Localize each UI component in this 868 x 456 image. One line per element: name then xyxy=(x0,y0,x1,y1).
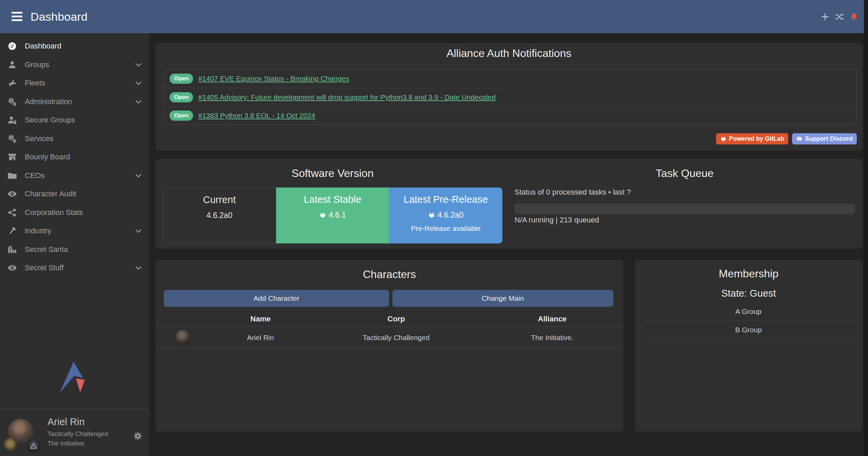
sidebar-item-groups[interactable]: Groups xyxy=(0,56,149,74)
sidebar-item-label: Character Audit xyxy=(25,190,76,198)
version-label: Latest Pre-Release xyxy=(389,194,502,205)
sidebar-item-character-audit[interactable]: Character Audit xyxy=(0,185,149,203)
alliance-logo-badge xyxy=(27,439,40,453)
notifications-panel: Alliance Auth Notifications Open #1407 E… xyxy=(155,43,863,151)
alliance-auth-logo xyxy=(55,359,94,401)
sidebar-item-bounty-board[interactable]: Bounty Board xyxy=(0,148,149,166)
membership-state: State: Guest xyxy=(635,288,862,299)
settings-gear-icon[interactable] xyxy=(133,431,142,441)
notification-link[interactable]: #1407 EVE Equinox Status - Breaking Chan… xyxy=(198,75,349,83)
user-alliance: The Initiative. xyxy=(47,440,86,447)
sidebar-item-label: Industry xyxy=(25,226,51,235)
user-icon xyxy=(7,60,17,70)
software-version-panel: Software Version Current 4.6.2a0 Latest … xyxy=(155,159,863,249)
cogs-icon xyxy=(7,97,17,106)
sidebar-item-secure-groups[interactable]: Secure Groups xyxy=(0,111,149,130)
sidebar-item-label: Secret Santa xyxy=(25,245,68,254)
character-name: Ariel Rin xyxy=(210,334,311,342)
shuffle-icon[interactable] xyxy=(835,12,844,21)
task-queue-summary: N/A running | 213 queued xyxy=(515,216,599,224)
notification-item: Open #1405 Advisory: Future development … xyxy=(164,88,856,106)
chevron-down-icon xyxy=(134,264,142,272)
sidebar-item-label: Administration xyxy=(25,97,72,106)
version-number: 4.6.1 xyxy=(329,211,346,220)
badge-label: Support Discord xyxy=(805,135,853,142)
discord-icon xyxy=(796,136,803,142)
table-row: Ariel Rin Tactically Challenged The Init… xyxy=(155,327,623,349)
sidebar-item-label: Secret Stuff xyxy=(25,263,64,272)
scrollbar-track[interactable] xyxy=(864,0,868,456)
sidebar-item-fleets[interactable]: Fleets xyxy=(0,74,149,93)
sidebar-item-corporation-stats[interactable]: Corporation Stats xyxy=(0,203,149,222)
membership-groups-list: A Group B Group xyxy=(642,302,855,339)
column-header-alliance: Alliance xyxy=(481,315,623,323)
plus-icon[interactable] xyxy=(821,12,830,21)
jet-icon xyxy=(7,78,17,88)
chevron-down-icon xyxy=(134,172,142,180)
sidebar-item-label: CEOs xyxy=(25,171,45,180)
sidebar-item-label: Fleets xyxy=(25,79,45,87)
sidebar-item-label: Bounty Board xyxy=(25,153,70,161)
version-label: Current xyxy=(163,194,276,205)
sidebar-item-label: Dashboard xyxy=(25,42,61,51)
support-discord-badge[interactable]: Support Discord xyxy=(792,133,857,144)
chevron-down-icon xyxy=(134,227,142,235)
corp-logo-badge xyxy=(3,438,17,451)
version-number: 4.6.2a0 xyxy=(206,211,232,220)
sidebar-user-footer: Ariel Rin Tactically Challenged The Init… xyxy=(0,409,149,456)
gift-icon xyxy=(7,245,17,254)
sidebar-item-secret-stuff[interactable]: Secret Stuff xyxy=(0,259,149,277)
notification-item: Open #1383 Python 3.8 EOL - 14 Oct 2024 xyxy=(164,106,856,125)
bell-icon[interactable] xyxy=(849,12,859,21)
version-latest-stable: Latest Stable 4.6.1 xyxy=(276,187,389,243)
list-item: A Group xyxy=(642,302,855,321)
chevron-down-icon xyxy=(134,61,142,69)
sidebar-item-label: Services xyxy=(25,134,53,143)
top-navbar: Dashboard xyxy=(0,0,868,33)
badge-label: Powered by GitLab xyxy=(729,135,784,142)
gauge-icon xyxy=(7,41,17,51)
change-main-button[interactable]: Change Main xyxy=(392,290,613,307)
status-badge: Open xyxy=(170,92,193,102)
characters-table-header: Name Corp Alliance xyxy=(155,312,623,326)
version-number: 4.6.2a0 xyxy=(438,211,464,220)
user-corp: Tactically Challenged xyxy=(47,430,108,438)
sidebar-item-services[interactable]: Services xyxy=(0,130,149,148)
characters-title: Characters xyxy=(155,268,623,281)
user-lock-icon xyxy=(7,115,17,125)
character-corp: Tactically Challenged xyxy=(311,334,481,342)
membership-title: Membership xyxy=(635,267,862,280)
powered-by-gitlab-badge[interactable]: Powered by GitLab xyxy=(716,133,788,144)
sidebar-item-dashboard[interactable]: Dashboard xyxy=(0,37,149,56)
column-header-name: Name xyxy=(210,315,311,323)
sidebar: Dashboard Groups Fleets Administration S… xyxy=(0,33,149,456)
sidebar-item-label: Groups xyxy=(25,60,49,69)
version-current: Current 4.6.2a0 xyxy=(163,187,276,243)
sidebar-menu: Dashboard Groups Fleets Administration S… xyxy=(0,33,149,277)
notification-link[interactable]: #1383 Python 3.8 EOL - 14 Oct 2024 xyxy=(198,112,315,120)
notification-link[interactable]: #1405 Advisory: Future development will … xyxy=(198,93,496,101)
gitlab-icon xyxy=(319,212,326,219)
hamburger-menu-icon[interactable] xyxy=(12,12,22,21)
sidebar-item-secret-santa[interactable]: Secret Santa xyxy=(0,240,149,259)
add-character-button[interactable]: Add Character xyxy=(164,290,389,307)
user-name: Ariel Rin xyxy=(47,416,85,428)
sidebar-item-ceos[interactable]: CEOs xyxy=(0,166,149,185)
folder-icon xyxy=(7,171,17,180)
chevron-down-icon xyxy=(134,98,142,106)
task-queue-progress-bar xyxy=(515,204,855,214)
sidebar-item-label: Corporation Stats xyxy=(25,208,83,217)
status-badge: Open xyxy=(170,74,193,84)
version-label: Latest Stable xyxy=(276,194,389,205)
column-header-corp: Corp xyxy=(311,315,481,323)
sidebar-item-administration[interactable]: Administration xyxy=(0,93,149,111)
sidebar-item-industry[interactable]: Industry xyxy=(0,222,149,240)
status-badge: Open xyxy=(170,111,193,121)
software-version-title: Software Version xyxy=(163,167,502,180)
page-title: Dashboard xyxy=(31,10,88,23)
eye-icon xyxy=(7,263,17,273)
notifications-list: Open #1407 EVE Equinox Status - Breaking… xyxy=(164,69,857,125)
main-content: Alliance Auth Notifications Open #1407 E… xyxy=(149,33,864,456)
share-icon xyxy=(7,208,17,217)
membership-panel: Membership State: Guest A Group B Group xyxy=(635,260,862,432)
